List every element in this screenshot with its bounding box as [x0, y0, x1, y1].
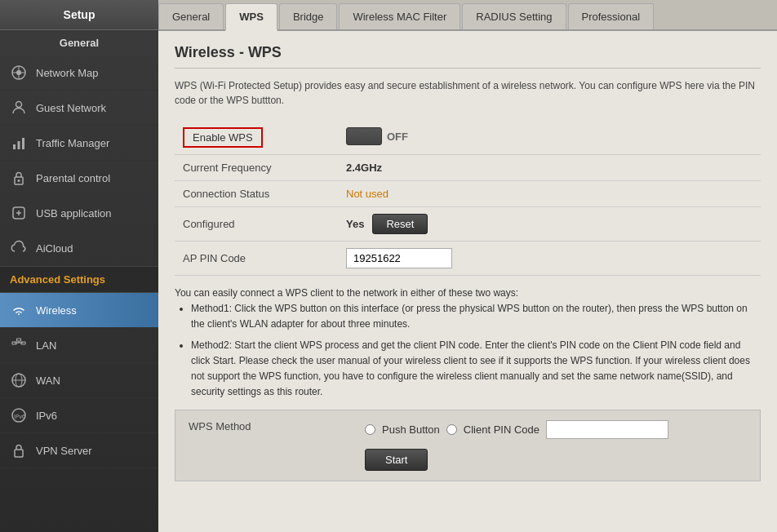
- usb-application-icon: [10, 204, 28, 222]
- ipv6-icon: IPv6: [10, 406, 28, 424]
- sidebar-item-aicloud[interactable]: AiCloud: [0, 231, 158, 266]
- client-pin-input[interactable]: [546, 420, 668, 439]
- configured-value: Yes: [346, 218, 364, 230]
- connection-status-label: Connection Status: [175, 181, 338, 207]
- wireless-icon: [10, 301, 28, 319]
- sidebar-item-label: Guest Network: [36, 102, 106, 114]
- sidebar-item-label: IPv6: [36, 410, 57, 422]
- current-frequency-label: Current Frequency: [175, 155, 338, 181]
- sidebar-item-network-map[interactable]: Network Map: [0, 55, 158, 91]
- start-button[interactable]: Start: [365, 449, 428, 471]
- page-description: WPS (Wi-Fi Protected Setup) provides eas…: [175, 78, 761, 108]
- wps-radio-row: Push Button Client PIN Code: [365, 420, 668, 439]
- toggle-state: OFF: [387, 131, 408, 143]
- sidebar-item-label: Network Map: [36, 67, 99, 79]
- ap-pin-label: AP PIN Code: [175, 242, 338, 276]
- method2-text: Method2: Start the client WPS process an…: [191, 338, 761, 401]
- sidebar-item-traffic-manager[interactable]: Traffic Manager: [0, 126, 158, 161]
- wps-method-section: WPS Method Push Button Client PIN Code S…: [175, 410, 761, 481]
- vpn-server-icon: [10, 441, 28, 459]
- wps-method-label: WPS Method: [189, 420, 352, 432]
- tab-radius-setting[interactable]: RADIUS Setting: [462, 3, 566, 29]
- method1-text: Method1: Click the WPS button on this in…: [191, 301, 761, 332]
- sidebar-item-label: Wireless: [36, 304, 77, 317]
- client-pin-label: Client PIN Code: [464, 423, 539, 436]
- sidebar-item-label: USB application: [36, 207, 112, 219]
- sidebar-item-parental-control[interactable]: Parental control: [0, 161, 158, 196]
- network-map-icon: [10, 64, 28, 82]
- svg-text:IPv6: IPv6: [14, 414, 25, 419]
- wan-icon: [10, 371, 28, 389]
- push-button-radio[interactable]: [365, 424, 375, 435]
- wps-method-options: Push Button Client PIN Code Start: [365, 420, 668, 471]
- connection-status-row: Connection Status Not used: [175, 181, 761, 207]
- sidebar-item-label: AiCloud: [36, 242, 73, 255]
- sidebar-item-usb-application[interactable]: USB application: [0, 196, 158, 231]
- page-title: Wireless - WPS: [175, 44, 761, 69]
- sidebar-item-ipv6[interactable]: IPv6 IPv6: [0, 398, 158, 433]
- configured-row: Configured Yes Reset: [175, 207, 761, 242]
- tab-bar: General WPS Bridge Wireless MAC Filter R…: [158, 0, 777, 31]
- content-area: Wireless - WPS WPS (Wi-Fi Protected Setu…: [158, 31, 777, 532]
- wps-toggle[interactable]: OFF: [346, 127, 408, 145]
- sidebar-item-label: LAN: [36, 339, 56, 352]
- ap-pin-input[interactable]: [346, 248, 452, 268]
- reset-button[interactable]: Reset: [372, 214, 428, 234]
- guest-network-icon: [10, 99, 28, 117]
- sidebar-item-label: Parental control: [36, 172, 110, 184]
- settings-table: Enable WPS OFF Current Frequency 2.4GHz: [175, 121, 761, 276]
- svg-point-4: [16, 102, 22, 108]
- tab-general[interactable]: General: [158, 3, 224, 29]
- svg-point-9: [18, 180, 20, 182]
- configured-label: Configured: [175, 207, 338, 242]
- tab-professional[interactable]: Professional: [568, 3, 655, 29]
- lan-icon: [10, 336, 28, 354]
- sidebar-item-guest-network[interactable]: Guest Network: [0, 91, 158, 126]
- svg-rect-22: [15, 450, 23, 457]
- sidebar-item-label: WAN: [36, 375, 60, 387]
- toggle-button[interactable]: [346, 127, 382, 145]
- connection-status-value: Not used: [346, 188, 388, 200]
- methods-intro: You can easily connect a WPS client to t…: [175, 286, 761, 301]
- sidebar-item-label: Traffic Manager: [36, 137, 109, 149]
- enable-wps-row: Enable WPS OFF: [175, 121, 761, 155]
- current-frequency-value: 2.4GHz: [346, 162, 382, 174]
- sidebar-item-label: VPN Server: [36, 445, 92, 457]
- sidebar: Setup General Network Map Guest Network …: [0, 0, 158, 532]
- traffic-manager-icon: [10, 134, 28, 152]
- client-pin-radio[interactable]: [446, 424, 457, 435]
- sidebar-item-wireless[interactable]: Wireless: [0, 293, 158, 328]
- main-area: General WPS Bridge Wireless MAC Filter R…: [158, 0, 777, 532]
- ap-pin-row: AP PIN Code: [175, 242, 761, 276]
- sidebar-setup[interactable]: Setup: [0, 0, 158, 30]
- current-frequency-row: Current Frequency 2.4GHz: [175, 155, 761, 181]
- aicloud-icon: [10, 239, 28, 257]
- svg-rect-6: [18, 141, 20, 149]
- tab-wps[interactable]: WPS: [225, 3, 278, 31]
- svg-rect-7: [22, 138, 24, 149]
- tab-wireless-mac-filter[interactable]: Wireless MAC Filter: [339, 3, 460, 29]
- sidebar-item-lan[interactable]: LAN: [0, 328, 158, 363]
- sidebar-item-wan[interactable]: WAN: [0, 363, 158, 398]
- tab-bridge[interactable]: Bridge: [279, 3, 338, 29]
- sidebar-general-label: General: [0, 30, 158, 55]
- svg-rect-5: [13, 144, 16, 149]
- advanced-settings-label: Advanced Settings: [0, 266, 158, 293]
- parental-control-icon: [10, 169, 28, 187]
- methods-description: You can easily connect a WPS client to t…: [175, 286, 761, 400]
- push-button-label: Push Button: [382, 423, 440, 436]
- enable-wps-label: Enable WPS: [183, 127, 263, 148]
- svg-rect-12: [17, 339, 21, 341]
- sidebar-item-vpn-server[interactable]: VPN Server: [0, 433, 158, 468]
